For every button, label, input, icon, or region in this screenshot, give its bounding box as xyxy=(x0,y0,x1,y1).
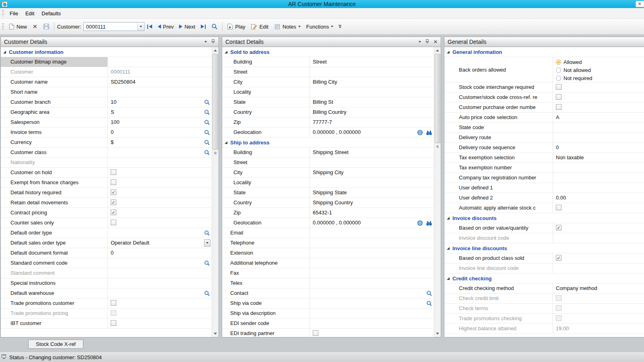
scroll-thumb[interactable] xyxy=(435,54,440,143)
panel-menu-icon[interactable] xyxy=(419,41,421,43)
field-value[interactable]: 65432-1 xyxy=(310,208,434,218)
field-value[interactable]: 0.00 xyxy=(553,193,644,203)
field-label[interactable]: Additional telephone xyxy=(222,258,310,268)
field-label[interactable]: Fax xyxy=(222,268,310,278)
field-label[interactable]: Trade promotions customer xyxy=(1,298,108,308)
field-label[interactable]: Currency xyxy=(1,138,108,147)
field-label[interactable]: Building xyxy=(222,57,310,67)
field-label[interactable]: Contact xyxy=(222,288,310,298)
field-label[interactable]: Zip xyxy=(222,208,310,218)
tab-stock-code-xref[interactable]: Stock Code X-ref xyxy=(28,339,83,349)
field-label[interactable]: Stock code interchange required xyxy=(444,82,553,92)
field-value[interactable]: 0.000000 , 0.000000 xyxy=(310,218,434,228)
close-button[interactable]: ✕ xyxy=(636,1,644,7)
field-label[interactable]: Customer class xyxy=(1,148,108,157)
field-label[interactable]: IBT customer xyxy=(1,319,108,328)
binoculars-button[interactable] xyxy=(425,219,433,227)
field-value[interactable]: ✓ xyxy=(553,223,644,233)
field-value[interactable] xyxy=(310,87,434,97)
group-header[interactable]: Invoice discounts xyxy=(444,213,644,223)
customer-combobox[interactable]: 0000111 xyxy=(83,22,144,31)
menubar-grip[interactable] xyxy=(2,10,4,16)
expand-collapse-icon[interactable] xyxy=(225,51,227,53)
field-value[interactable]: 77777-7 xyxy=(310,117,434,127)
field-label[interactable]: Email xyxy=(222,228,310,238)
field-label[interactable]: Geolocation xyxy=(222,128,310,137)
checkbox[interactable] xyxy=(556,295,561,301)
vertical-scrollbar[interactable]: ≡ xyxy=(434,47,441,337)
globe-button[interactable] xyxy=(416,129,424,136)
checkbox[interactable] xyxy=(556,104,561,110)
scroll-thumb[interactable] xyxy=(213,54,218,150)
field-label[interactable]: State xyxy=(222,97,310,107)
field-label[interactable]: Salesperson xyxy=(1,117,108,127)
search-record-button[interactable] xyxy=(208,22,221,31)
field-value[interactable] xyxy=(553,163,644,173)
field-value[interactable] xyxy=(310,309,434,318)
checkbox[interactable] xyxy=(111,310,116,316)
checkbox[interactable]: ✓ xyxy=(556,255,561,261)
edit-button[interactable]: Edit xyxy=(248,22,271,31)
expand-collapse-icon[interactable] xyxy=(225,141,227,144)
expand-collapse-icon[interactable] xyxy=(3,51,6,53)
field-label[interactable]: Standard comment xyxy=(1,268,108,278)
field-label[interactable]: Customer name xyxy=(1,77,108,87)
expand-collapse-icon[interactable] xyxy=(447,217,450,220)
field-value[interactable]: ✓ xyxy=(553,253,644,263)
toolbar-overflow-button[interactable] xyxy=(337,23,343,30)
field-value[interactable] xyxy=(310,158,434,167)
field-label[interactable]: Geographic area xyxy=(1,107,108,117)
customer-combobox-dropdown[interactable] xyxy=(137,23,144,31)
expand-collapse-icon[interactable] xyxy=(447,51,450,53)
search-button[interactable] xyxy=(203,129,211,136)
menu-file[interactable]: File xyxy=(6,9,22,18)
field-value[interactable] xyxy=(310,238,434,248)
checkbox[interactable]: ✓ xyxy=(556,225,561,230)
scroll-track[interactable]: ≡ xyxy=(212,54,219,330)
scroll-up-button[interactable] xyxy=(212,47,219,54)
field-value[interactable] xyxy=(553,103,644,112)
field-label[interactable]: User defined 1 xyxy=(444,183,553,193)
field-value[interactable]: Billing St xyxy=(310,97,434,107)
field-label[interactable]: Tax exemption selection xyxy=(444,153,553,162)
checkbox[interactable] xyxy=(111,179,116,185)
splitter-grip-icon[interactable]: ≡ xyxy=(434,145,441,148)
field-label[interactable]: Delivery route sequence xyxy=(444,143,553,152)
field-label[interactable]: City xyxy=(222,168,310,177)
field-value[interactable] xyxy=(310,319,434,328)
field-label[interactable]: Company tax registration number xyxy=(444,173,553,183)
field-label[interactable]: Trade promotions pricing xyxy=(1,309,108,318)
cancel-button[interactable]: ✕ xyxy=(30,22,40,31)
field-label[interactable]: Short name xyxy=(1,87,108,97)
customer-details-header[interactable]: Customer Details xyxy=(1,37,219,47)
toolbar-grip[interactable] xyxy=(2,23,4,30)
field-value[interactable] xyxy=(310,228,434,238)
field-value[interactable]: AllowedNot allowedNot required xyxy=(553,57,644,82)
search-button[interactable] xyxy=(203,109,211,116)
field-label[interactable]: Default sales order type xyxy=(1,238,108,248)
field-label[interactable]: Invoice discount code xyxy=(444,233,553,243)
splitter-grip-icon[interactable]: ≡ xyxy=(212,151,219,155)
close-panel-icon[interactable]: ✕ xyxy=(433,39,438,44)
field-value[interactable] xyxy=(108,278,212,288)
group-header[interactable]: Sold to address xyxy=(222,47,434,57)
field-label[interactable]: Highest balance attained xyxy=(444,324,553,333)
checkbox[interactable] xyxy=(111,220,116,225)
field-value[interactable] xyxy=(108,168,212,177)
field-label[interactable]: Country xyxy=(222,107,310,117)
field-value[interactable] xyxy=(553,263,644,273)
field-value[interactable] xyxy=(108,148,212,157)
search-button[interactable] xyxy=(203,99,211,106)
field-label[interactable]: Delivery route xyxy=(444,133,553,142)
field-value[interactable]: 0 xyxy=(108,128,212,137)
field-label[interactable]: Ship via code xyxy=(222,298,310,308)
search-button[interactable] xyxy=(425,300,433,307)
group-header[interactable]: Credit checking xyxy=(444,274,644,284)
field-label[interactable]: City xyxy=(222,77,310,87)
field-label[interactable]: Locality xyxy=(222,87,310,97)
group-header[interactable]: Ship to address xyxy=(222,138,434,148)
field-label[interactable]: Based on product class sold xyxy=(444,253,553,263)
radio-option[interactable]: Not allowed xyxy=(556,67,592,74)
search-button[interactable] xyxy=(203,119,211,126)
field-label[interactable]: Ship via description xyxy=(222,309,310,318)
